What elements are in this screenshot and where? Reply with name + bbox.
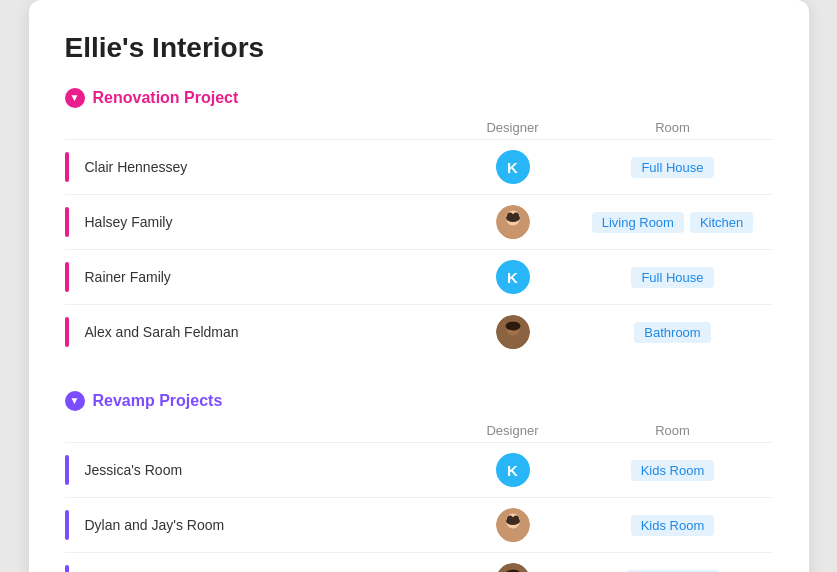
- toggle-arrow-icon: ▼: [70, 396, 80, 406]
- room-cell: Living RoomKitchen: [573, 212, 773, 233]
- room-cell: Kids Room: [573, 460, 773, 481]
- svg-point-4: [513, 213, 519, 220]
- room-tag[interactable]: Full House: [631, 157, 713, 178]
- col-header-designer: Designer: [453, 120, 573, 135]
- row-name-cell: Dylan and Jay's Room: [65, 510, 453, 540]
- room-tag[interactable]: Kitchen: [690, 212, 753, 233]
- col-header-room: Room: [573, 120, 773, 135]
- svg-point-3: [507, 213, 513, 220]
- designer-cell: [453, 315, 573, 349]
- room-cell: Full House: [573, 157, 773, 178]
- row-name-text: Alex and Sarah Feldman: [85, 324, 239, 340]
- section-header: ▼Renovation Project: [65, 88, 773, 108]
- avatar-image: [496, 508, 530, 542]
- designer-cell: [453, 205, 573, 239]
- app-title: Ellie's Interiors: [65, 32, 773, 64]
- col-header-name: [89, 423, 453, 438]
- section-revamp: ▼Revamp Projects Designer Room Jessica's…: [65, 391, 773, 572]
- avatar-initial: K: [496, 260, 530, 294]
- row-left-bar: [65, 510, 69, 540]
- room-tag[interactable]: Bathroom: [634, 322, 710, 343]
- designer-cell: [453, 563, 573, 572]
- section-renovation: ▼Renovation Project Designer Room Clair …: [65, 88, 773, 359]
- table-header: Designer Room: [65, 116, 773, 139]
- room-tag[interactable]: Kids Room: [631, 515, 715, 536]
- col-header-room: Room: [573, 423, 773, 438]
- row-name-text: Dylan and Jay's Room: [85, 517, 225, 533]
- table-row: Jessica's RoomKKids Room: [65, 442, 773, 497]
- toggle-arrow-icon: ▼: [70, 93, 80, 103]
- table-header: Designer Room: [65, 419, 773, 442]
- col-header-designer: Designer: [453, 423, 573, 438]
- avatar-image: [496, 205, 530, 239]
- table-row: Hyland Family Living Room: [65, 552, 773, 572]
- row-name-cell: Jessica's Room: [65, 455, 453, 485]
- table-row: Rainer FamilyKFull House: [65, 249, 773, 304]
- row-left-bar: [65, 317, 69, 347]
- table-row: Halsey Family Living RoomKitchen: [65, 194, 773, 249]
- section-toggle[interactable]: ▼: [65, 391, 85, 411]
- row-name-text: Rainer Family: [85, 269, 171, 285]
- row-name-text: Halsey Family: [85, 214, 173, 230]
- svg-point-8: [505, 322, 520, 331]
- section-title: Revamp Projects: [93, 392, 223, 410]
- designer-cell: K: [453, 150, 573, 184]
- avatar-initial: K: [496, 150, 530, 184]
- section-toggle[interactable]: ▼: [65, 88, 85, 108]
- room-tag[interactable]: Full House: [631, 267, 713, 288]
- avatar-image: [496, 563, 530, 572]
- room-cell: Kids Room: [573, 515, 773, 536]
- room-tag[interactable]: Living Room: [592, 212, 684, 233]
- row-left-bar: [65, 455, 69, 485]
- col-header-name: [89, 120, 453, 135]
- row-left-bar: [65, 152, 69, 182]
- table-row: Alex and Sarah Feldman Bathroom: [65, 304, 773, 359]
- table-row: Clair HennesseyKFull House: [65, 139, 773, 194]
- main-card: Ellie's Interiors ▼Renovation Project De…: [29, 0, 809, 572]
- row-name-cell: Hyland Family: [65, 565, 453, 572]
- room-cell: Bathroom: [573, 322, 773, 343]
- designer-cell: K: [453, 260, 573, 294]
- row-name-cell: Rainer Family: [65, 262, 453, 292]
- row-name-text: Clair Hennessey: [85, 159, 188, 175]
- avatar-image: [496, 315, 530, 349]
- section-header: ▼Revamp Projects: [65, 391, 773, 411]
- row-name-cell: Alex and Sarah Feldman: [65, 317, 453, 347]
- section-title: Renovation Project: [93, 89, 239, 107]
- svg-point-13: [507, 516, 513, 523]
- table-row: Dylan and Jay's Room Kids Room: [65, 497, 773, 552]
- row-name-text: Jessica's Room: [85, 462, 183, 478]
- row-left-bar: [65, 565, 69, 572]
- row-name-cell: Clair Hennessey: [65, 152, 453, 182]
- designer-cell: K: [453, 453, 573, 487]
- room-tag[interactable]: Kids Room: [631, 460, 715, 481]
- designer-cell: [453, 508, 573, 542]
- svg-point-14: [513, 516, 519, 523]
- room-cell: Full House: [573, 267, 773, 288]
- row-left-bar: [65, 262, 69, 292]
- avatar-initial: K: [496, 453, 530, 487]
- row-left-bar: [65, 207, 69, 237]
- row-name-cell: Halsey Family: [65, 207, 453, 237]
